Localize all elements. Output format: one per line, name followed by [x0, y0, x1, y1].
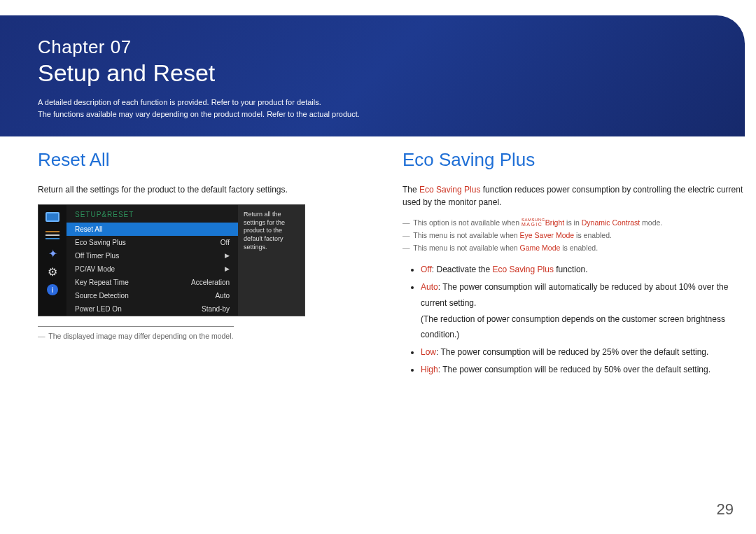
footnote-text: The displayed image may differ depending…: [48, 332, 233, 340]
chevron-right-icon: ▶: [225, 252, 230, 260]
osd-row-off-timer: Off Timer Plus ▶: [66, 249, 238, 262]
section-heading-reset-all: Reset All: [38, 149, 380, 171]
picture-icon: [44, 211, 61, 223]
osd-row-label: Source Detection: [75, 292, 129, 300]
osd-row-eco-saving: Eco Saving Plus Off: [66, 236, 238, 249]
text-segment: The: [402, 185, 419, 195]
text-segment: is enabled.: [560, 244, 598, 252]
dash-icon: ―: [402, 218, 410, 227]
osd-row-pcav: PC/AV Mode ▶: [66, 262, 238, 276]
osd-row-label: Eco Saving Plus: [75, 239, 126, 246]
note-game-mode: ― This menu is not available when Game M…: [402, 243, 745, 254]
osd-row-source-detection: Source Detection Auto: [66, 289, 238, 302]
osd-row-label: Power LED On: [75, 305, 122, 313]
footnote: ― The displayed image may differ dependi…: [38, 331, 380, 342]
option-low: Low: The power consumption will be reduc…: [421, 344, 745, 360]
eco-saving-options-list: Off: Deactivate the Eco Saving Plus func…: [402, 262, 745, 378]
dash-icon: ―: [38, 332, 46, 340]
text-segment: : The power consumption will be reduced …: [438, 365, 710, 374]
highlight-text: Dynamic Contrast: [582, 218, 640, 227]
text-segment: : Deactivate the: [432, 265, 493, 274]
chapter-desc-line: A detailed description of each function …: [38, 97, 745, 108]
osd-row-value: Auto: [215, 292, 230, 300]
highlight-text: Eye Saver Mode: [520, 231, 575, 239]
chapter-desc-line: The functions available may vary dependi…: [38, 108, 745, 120]
osd-row-key-repeat: Key Repeat Time Acceleration: [66, 276, 238, 289]
page-number: 29: [717, 500, 734, 519]
chevron-right-icon: ▶: [225, 265, 230, 273]
osd-row-label: Reset All: [75, 225, 102, 233]
osd-row-label: Off Timer Plus: [75, 252, 119, 260]
footnote-divider: [38, 326, 234, 327]
color-icon: [44, 229, 61, 241]
highlight-text: Bright: [545, 218, 564, 227]
option-label: Auto: [421, 282, 438, 292]
osd-row-power-led: Power LED On Stand-by: [66, 302, 238, 316]
chapter-description: A detailed description of each function …: [38, 97, 745, 120]
right-column: Eco Saving Plus The Eco Saving Plus func…: [402, 149, 745, 379]
left-column: Reset All Return all the settings for th…: [38, 149, 380, 379]
settings-gear-icon: ⚙: [44, 265, 61, 278]
section-heading-eco-saving: Eco Saving Plus: [402, 149, 745, 171]
option-label: Low: [421, 347, 436, 357]
osd-row-value: Acceleration: [191, 279, 230, 286]
highlight-text: Eco Saving Plus: [419, 185, 480, 195]
chapter-number: Chapter 07: [38, 36, 745, 58]
chapter-title: Setup and Reset: [38, 59, 745, 87]
reset-all-description: Return all the settings for the product …: [38, 183, 380, 196]
dash-icon: ―: [402, 244, 410, 252]
text-segment: : The power consumption will be reduced …: [436, 347, 708, 357]
option-off: Off: Deactivate the Eco Saving Plus func…: [421, 262, 745, 278]
note-magic-bright: ― This option is not available when SAMS…: [402, 217, 745, 229]
osd-row-reset-all: Reset All: [66, 223, 238, 236]
highlight-text: Game Mode: [520, 244, 561, 252]
osd-screenshot: ✦ ⚙ i SETUP&RESET Reset All Eco Saving P…: [38, 204, 305, 316]
onscreen-display-icon: ✦: [44, 247, 61, 260]
osd-sidebar-icons: ✦ ⚙ i: [38, 205, 66, 316]
eco-saving-intro: The Eco Saving Plus function reduces pow…: [402, 183, 745, 209]
osd-description-panel: Return all the settings for the product …: [238, 205, 304, 316]
osd-menu-title: SETUP&RESET: [66, 205, 238, 223]
option-label: High: [421, 365, 438, 374]
text-segment: This option is not available when: [413, 218, 522, 227]
text-segment: : The power consumption will automatical…: [421, 282, 728, 308]
chapter-header: Chapter 07 Setup and Reset A detailed de…: [0, 15, 745, 136]
option-high: High: The power consumption will be redu…: [421, 362, 745, 378]
text-segment: is in: [564, 218, 582, 227]
text-segment: This menu is not available when: [413, 244, 519, 252]
text-segment: MAGIC: [522, 222, 545, 227]
note-eye-saver: ― This menu is not available when Eye Sa…: [402, 230, 745, 241]
highlight-text: Eco Saving Plus: [493, 265, 554, 274]
content-columns: Reset All Return all the settings for th…: [0, 136, 756, 379]
osd-menu-rows: Reset All Eco Saving Plus Off Off Timer …: [66, 223, 238, 316]
samsung-magic-label: SAMSUNGMAGIC: [522, 218, 545, 227]
text-segment: mode.: [640, 218, 662, 227]
osd-row-value: Stand-by: [202, 305, 230, 313]
osd-row-label: PC/AV Mode: [75, 265, 115, 273]
option-subtext: (The reduction of power consumption depe…: [421, 311, 745, 344]
osd-row-label: Key Repeat Time: [75, 279, 129, 286]
info-icon: i: [44, 283, 61, 296]
osd-menu: SETUP&RESET Reset All Eco Saving Plus Of…: [66, 205, 238, 316]
text-segment: function.: [554, 265, 588, 274]
dash-icon: ―: [402, 231, 410, 239]
text-segment: is enabled.: [574, 231, 612, 239]
option-auto: Auto: The power consumption will automat…: [421, 279, 745, 343]
option-label: Off: [421, 265, 432, 274]
osd-row-value: Off: [220, 239, 230, 246]
text-segment: This menu is not available when: [413, 231, 519, 239]
